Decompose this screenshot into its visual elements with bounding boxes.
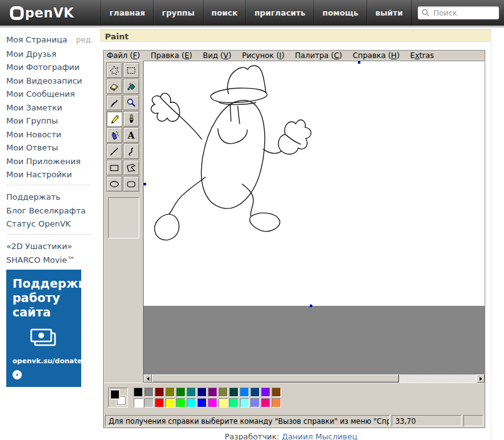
foreground-color-swatch[interactable] bbox=[111, 390, 119, 399]
tool-options-box[interactable] bbox=[108, 197, 139, 238]
sidebar-item-edit-link[interactable]: ред. bbox=[76, 36, 93, 44]
palette-color[interactable] bbox=[187, 388, 196, 397]
scrollbar-thumb[interactable] bbox=[152, 374, 399, 383]
tool-curve-button[interactable] bbox=[123, 144, 139, 159]
palette-color[interactable] bbox=[208, 388, 217, 397]
nav-item-2[interactable]: поиск bbox=[203, 0, 246, 26]
palette-color[interactable] bbox=[176, 388, 185, 397]
tool-eraser-button[interactable] bbox=[106, 79, 122, 94]
palette-color[interactable] bbox=[166, 388, 175, 397]
tool-brush-button[interactable] bbox=[123, 111, 139, 127]
palette-color[interactable] bbox=[229, 388, 239, 397]
tool-fill-button[interactable] bbox=[123, 79, 139, 94]
palette-color[interactable] bbox=[250, 398, 260, 408]
sidebar-item[interactable]: Мои Друзья bbox=[6, 49, 56, 59]
top-bar: penVK главнаягруппыпоискпригласитьпомощь… bbox=[0, 0, 504, 27]
palette-color[interactable] bbox=[176, 398, 185, 408]
nav-item-1[interactable]: группы bbox=[153, 0, 202, 26]
canvas-resize-handle-bottom[interactable] bbox=[310, 305, 312, 307]
canvas-resize-handle-top[interactable] bbox=[358, 61, 360, 64]
tool-pencil-button[interactable] bbox=[106, 111, 122, 127]
sidebar-item[interactable]: Мои Группы bbox=[6, 116, 58, 125]
palette-color[interactable] bbox=[155, 388, 164, 397]
tool-free-form-select-button[interactable] bbox=[106, 62, 122, 78]
sidebar-row: Мои Новости bbox=[6, 130, 100, 139]
palette-color[interactable] bbox=[197, 398, 207, 408]
top-nav: главнаягруппыпоискпригласитьпомощьвыйти bbox=[101, 0, 412, 26]
menu-палитра[interactable]: Палитра (C) bbox=[295, 51, 342, 60]
palette-color[interactable] bbox=[240, 388, 249, 397]
palette-color[interactable] bbox=[272, 388, 281, 397]
tool-text-button[interactable]: A bbox=[123, 127, 139, 143]
palette-color[interactable] bbox=[144, 388, 154, 397]
scroll-left-button[interactable] bbox=[144, 374, 152, 383]
sidebar-item[interactable]: Мои Новости bbox=[6, 130, 61, 139]
tool-magnifier-button[interactable] bbox=[123, 95, 139, 110]
page: penVK главнаягруппыпоискпригласитьпомощь… bbox=[0, 0, 504, 440]
sidebar-row: Мои Заметки bbox=[6, 104, 100, 112]
current-colors bbox=[108, 388, 128, 408]
palette-color[interactable] bbox=[240, 398, 249, 408]
sidebar-item[interactable]: Мои Ответы bbox=[6, 143, 58, 152]
palette-color[interactable] bbox=[272, 398, 281, 408]
palette-color[interactable] bbox=[197, 388, 207, 397]
developer-link[interactable]: Даниил Мысливец bbox=[282, 432, 357, 440]
scroll-right-button[interactable] bbox=[477, 374, 485, 383]
sidebar-row: Мои Видеозаписи bbox=[6, 77, 100, 85]
sidebar-item[interactable]: Мои Настройки bbox=[6, 170, 72, 179]
palette-color[interactable] bbox=[155, 398, 164, 408]
nav-item-5[interactable]: выйти bbox=[367, 0, 412, 26]
sidebar-item[interactable]: Поддержать bbox=[6, 192, 61, 202]
sidebar-item[interactable]: Мои Фотографии bbox=[6, 62, 79, 72]
nav-item-3[interactable]: пригласить bbox=[245, 0, 314, 26]
rounded-rectangle-icon bbox=[126, 179, 136, 189]
palette-color[interactable] bbox=[229, 398, 239, 408]
menu-правка[interactable]: Правка (E) bbox=[151, 51, 192, 60]
palette-color[interactable] bbox=[187, 398, 196, 408]
tool-polygon-button[interactable] bbox=[123, 160, 139, 175]
paint-app: Файл (F)Правка (E)Вид (V)Рисунок (I)Пали… bbox=[103, 50, 485, 428]
menu-extras[interactable]: Extras bbox=[410, 51, 434, 60]
palette-color[interactable] bbox=[166, 398, 175, 408]
donate-banner[interactable]: Поддержи работу сайта openvk.su/donate bbox=[6, 270, 81, 387]
menu-вид[interactable]: Вид (V) bbox=[203, 51, 232, 60]
palette-color[interactable] bbox=[134, 388, 143, 397]
palette-color[interactable] bbox=[134, 398, 143, 408]
tool-line-button[interactable] bbox=[106, 144, 122, 159]
sidebar-item[interactable]: Мои Заметки bbox=[6, 103, 62, 112]
sidebar-item[interactable]: SHARCO Movie™ bbox=[6, 255, 75, 265]
sidebar-item[interactable]: «2D Ушастики» bbox=[6, 242, 72, 251]
sidebar-item[interactable]: Блог Веселкрафта bbox=[6, 206, 86, 215]
tool-color-picker-button[interactable] bbox=[106, 95, 122, 110]
menu-файл[interactable]: Файл (F) bbox=[107, 51, 140, 60]
menu-рисунок[interactable]: Рисунок (I) bbox=[242, 51, 284, 60]
banknote-icon bbox=[29, 328, 58, 348]
openvk-logo[interactable]: penVK bbox=[10, 0, 74, 26]
tool-airbrush-button[interactable] bbox=[106, 127, 122, 143]
nav-item-0[interactable]: главная bbox=[101, 0, 153, 26]
palette-color[interactable] bbox=[144, 398, 154, 408]
sidebar-item[interactable]: Мои Сообщения bbox=[6, 89, 75, 99]
sidebar-item[interactable]: Статус OpenVK bbox=[6, 219, 71, 228]
tool-select-button[interactable] bbox=[123, 62, 139, 78]
palette-color[interactable] bbox=[219, 398, 228, 408]
sidebar-item[interactable]: Мои Видеозаписи bbox=[6, 76, 82, 86]
palette-color[interactable] bbox=[261, 388, 270, 397]
tool-rectangle-button[interactable] bbox=[106, 160, 122, 175]
sidebar-item[interactable]: Моя Страница bbox=[6, 35, 67, 44]
palette-color[interactable] bbox=[208, 398, 217, 408]
palette-color[interactable] bbox=[261, 398, 270, 408]
tool-rounded-rectangle-button[interactable] bbox=[123, 176, 139, 192]
sidebar-item[interactable]: Мои Приложения bbox=[6, 157, 81, 166]
palette-color[interactable] bbox=[219, 388, 228, 397]
paint-canvas[interactable] bbox=[144, 61, 485, 306]
eraser-icon bbox=[109, 82, 119, 92]
scrollbar-track[interactable] bbox=[399, 374, 477, 383]
tool-ellipse-button[interactable] bbox=[106, 176, 122, 192]
search-input[interactable] bbox=[432, 8, 495, 18]
palette-color[interactable] bbox=[250, 388, 260, 397]
menu-справка[interactable]: Справка (H) bbox=[353, 51, 400, 60]
nav-item-4[interactable]: помощь bbox=[314, 0, 367, 26]
canvas-resize-handle-left[interactable] bbox=[144, 183, 146, 185]
donate-title: Поддержи работу сайта bbox=[12, 276, 75, 320]
